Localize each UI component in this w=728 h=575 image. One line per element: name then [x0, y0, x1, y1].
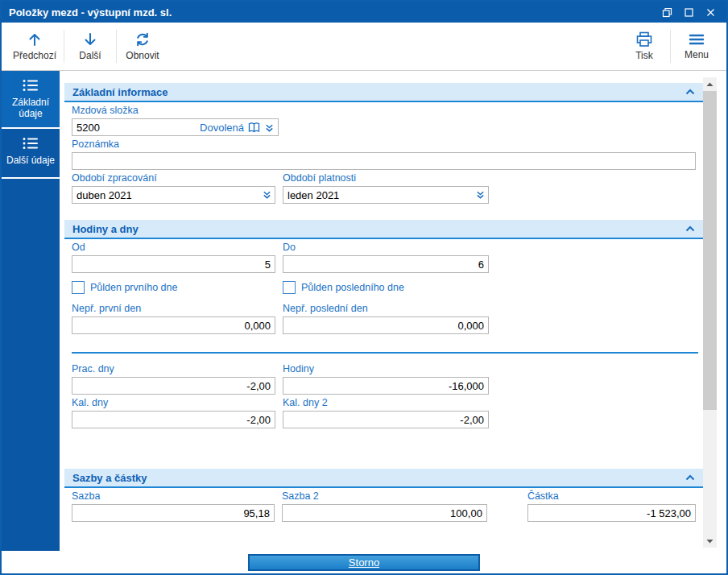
absence-last-day-label: Nepř. poslední den	[283, 304, 489, 314]
calendar-days-label: Kal. dny	[72, 398, 275, 408]
maximize-icon	[684, 7, 694, 18]
toolbar-separator	[670, 30, 671, 63]
chevron-up-icon[interactable]	[685, 89, 695, 95]
previous-button[interactable]: Předchozí	[6, 25, 63, 68]
scroll-down-button[interactable]	[703, 534, 717, 548]
work-days-label: Prac. dny	[72, 364, 275, 374]
list-icon	[22, 78, 39, 93]
dropdown-icon[interactable]	[264, 122, 275, 133]
absence-last-day-input[interactable]	[283, 316, 489, 334]
refresh-button[interactable]: Obnovit	[118, 25, 168, 68]
section-title: Hodiny a dny	[72, 223, 685, 235]
rate-input[interactable]	[72, 504, 275, 522]
content-panel: Základní informace Mzdová složka 5200 Do…	[60, 71, 703, 551]
printer-icon	[635, 31, 653, 48]
next-button[interactable]: Další	[65, 25, 115, 68]
dropdown-icon[interactable]	[475, 189, 486, 200]
wage-component-name: Dovolená	[200, 122, 244, 134]
scrollbar-thumb[interactable]	[703, 91, 717, 410]
calendar-days-2-label: Kal. dny 2	[283, 398, 489, 408]
close-icon	[705, 7, 716, 18]
from-label: Od	[72, 242, 275, 253]
restore-window-button[interactable]	[656, 3, 678, 21]
absence-first-day-input[interactable]	[72, 316, 275, 334]
hamburger-menu-icon	[688, 32, 705, 47]
sidebar-item-label: Základní údaje	[4, 97, 57, 119]
note-input[interactable]	[72, 152, 696, 170]
note-label: Poznámka	[72, 139, 696, 150]
section-divider	[72, 352, 698, 354]
half-day-first-checkbox-row[interactable]: Půlden prvního dne	[72, 281, 275, 294]
toolbar-separator	[64, 30, 64, 63]
body: Základní údaje Další údaje Základní info…	[2, 71, 726, 551]
toolbar-separator	[116, 30, 117, 63]
sidebar-item-zakladni-udaje[interactable]: Základní údaje	[2, 71, 60, 129]
previous-button-label: Předchozí	[13, 50, 56, 61]
rate-2-input[interactable]	[282, 504, 487, 522]
to-label: Do	[283, 242, 489, 253]
processing-period-input[interactable]	[72, 186, 275, 204]
titlebar: Položky mezd - výstupní mzd. sl.	[2, 2, 726, 23]
half-day-first-checkbox[interactable]	[72, 281, 85, 294]
toolbar: Předchozí Další Obnovit	[2, 23, 726, 71]
sidebar: Základní údaje Další údaje	[2, 71, 60, 551]
wage-component-code: 5200	[77, 122, 196, 134]
chevron-up-icon[interactable]	[685, 225, 695, 232]
half-day-last-checkbox[interactable]	[283, 281, 296, 294]
half-day-last-label: Půlden posledního dne	[301, 282, 404, 293]
to-input[interactable]	[283, 255, 489, 273]
amount-label: Částka	[527, 491, 696, 502]
work-days-input[interactable]	[72, 377, 275, 395]
rate-label: Sazba	[72, 491, 275, 502]
section-body-rates-amounts: Sazba Sazba 2 Částka	[64, 491, 703, 530]
refresh-icon	[134, 31, 151, 48]
from-input[interactable]	[72, 255, 275, 273]
calendar-days-2-input[interactable]	[283, 411, 489, 428]
print-button-label: Tisk	[635, 50, 653, 61]
hours-label: Hodiny	[283, 364, 489, 374]
section-header-basic-info[interactable]: Základní informace	[64, 83, 703, 102]
scrollbar-track[interactable]	[703, 91, 717, 534]
footer: Storno	[2, 551, 726, 573]
close-button[interactable]	[700, 3, 722, 21]
amount-input[interactable]	[527, 504, 696, 522]
toolbar-spacer	[168, 25, 619, 68]
restore-icon	[662, 7, 672, 18]
scroll-up-button[interactable]	[703, 77, 717, 91]
maximize-button[interactable]	[678, 3, 700, 21]
list-icon	[22, 136, 39, 151]
section-body-hours-days: Od Do Půlden prvního dne	[64, 242, 703, 461]
absence-first-day-label: Nepř. první den	[72, 304, 275, 314]
window: Položky mezd - výstupní mzd. sl.	[0, 0, 728, 575]
arrow-up-icon	[27, 31, 43, 48]
next-button-label: Další	[79, 50, 101, 61]
storno-button[interactable]: Storno	[248, 554, 480, 571]
arrow-down-icon	[82, 31, 98, 48]
section-header-hours-days[interactable]: Hodiny a dny	[64, 220, 703, 239]
section-body-basic-info: Mzdová složka 5200 Dovolená	[64, 105, 703, 212]
validity-period-input[interactable]	[283, 186, 489, 204]
half-day-first-label: Půlden prvního dne	[90, 282, 177, 293]
menu-button[interactable]: Menu	[672, 25, 722, 68]
section-header-rates-amounts[interactable]: Sazby a částky	[64, 469, 703, 488]
dropdown-icon[interactable]	[262, 189, 272, 200]
processing-period-label: Období zpracování	[72, 173, 275, 184]
section-rates-amounts: Sazby a částky Sazba Sazba 2	[64, 469, 703, 530]
print-button[interactable]: Tisk	[619, 25, 669, 68]
wage-component-field[interactable]: 5200 Dovolená	[72, 118, 279, 136]
sidebar-item-label: Další údaje	[6, 155, 55, 166]
catalog-book-icon[interactable]	[248, 122, 260, 133]
sidebar-item-dalsi-udaje[interactable]: Další údaje	[2, 129, 60, 179]
chevron-up-icon[interactable]	[685, 474, 695, 481]
section-hours-days: Hodiny a dny Od Do	[64, 220, 703, 461]
calendar-days-input[interactable]	[72, 411, 275, 428]
section-title: Základní informace	[72, 86, 685, 98]
vertical-scrollbar[interactable]	[703, 77, 717, 548]
half-day-last-checkbox-row[interactable]: Půlden posledního dne	[283, 281, 489, 294]
window-title: Položky mezd - výstupní mzd. sl.	[9, 6, 656, 19]
menu-button-label: Menu	[685, 49, 709, 60]
section-title: Sazby a částky	[72, 472, 685, 484]
hours-input[interactable]	[283, 377, 489, 395]
rate-2-label: Sazba 2	[282, 491, 487, 502]
wage-component-label: Mzdová složka	[72, 105, 279, 116]
